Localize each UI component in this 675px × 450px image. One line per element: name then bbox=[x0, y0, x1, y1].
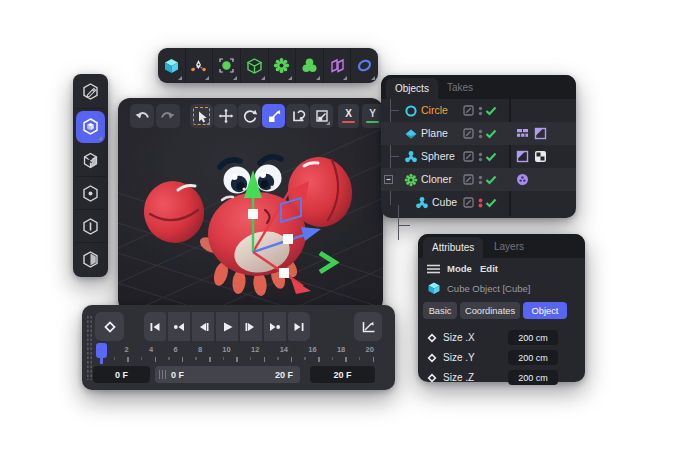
viewport[interactable]: X Y bbox=[118, 98, 383, 312]
mograph-tag[interactable] bbox=[516, 173, 529, 186]
playhead[interactable] bbox=[96, 343, 107, 358]
instance-icon[interactable] bbox=[324, 48, 352, 83]
object-row-cube[interactable]: Cube bbox=[381, 191, 576, 214]
metaball-icon[interactable] bbox=[296, 48, 324, 83]
previous-key-button[interactable] bbox=[168, 312, 190, 341]
range-end-value: 20 F bbox=[275, 370, 293, 380]
tab-attributes[interactable]: Attributes bbox=[423, 237, 483, 258]
object-row-cloner[interactable]: Cloner bbox=[381, 168, 576, 191]
sidebar-item-polygons-mode[interactable] bbox=[75, 243, 106, 275]
redo-button[interactable] bbox=[156, 104, 180, 128]
key-diamond-icon[interactable] bbox=[427, 373, 437, 383]
axis-y-toggle[interactable]: Y bbox=[362, 104, 383, 128]
edit-toggle-icon[interactable] bbox=[463, 151, 474, 162]
size-z-input[interactable]: 200 cm bbox=[508, 370, 558, 385]
edit-toggle-icon[interactable] bbox=[463, 128, 474, 139]
ruler-tick bbox=[345, 357, 347, 362]
object-row-circle[interactable]: Circle bbox=[381, 99, 576, 122]
previous-frame-button[interactable] bbox=[192, 312, 214, 341]
spline-pen-icon[interactable] bbox=[186, 48, 214, 83]
key-diamond-icon[interactable] bbox=[427, 353, 437, 363]
axis-x-toggle[interactable]: X bbox=[338, 104, 359, 128]
tab-takes[interactable]: Takes bbox=[447, 75, 473, 99]
tree-elbow-horizontal bbox=[398, 225, 410, 226]
visibility-dots[interactable] bbox=[478, 106, 483, 116]
compositing-tag[interactable] bbox=[534, 150, 547, 163]
coordinate-system-tool[interactable] bbox=[286, 104, 309, 128]
enable-axis-tool[interactable] bbox=[310, 104, 333, 128]
timeline-ruler-numbers[interactable]: 02468101214161820 bbox=[100, 345, 374, 354]
visibility-dots[interactable] bbox=[478, 129, 483, 139]
tag-list bbox=[516, 173, 529, 186]
key-diamond-icon[interactable] bbox=[427, 333, 437, 343]
section-object-button[interactable]: Object bbox=[523, 302, 567, 319]
ring-deformer-icon[interactable] bbox=[351, 48, 378, 83]
gizmo-z-handle[interactable] bbox=[283, 234, 293, 244]
hamburger-menu-icon[interactable] bbox=[427, 264, 440, 274]
menu-mode[interactable]: Mode bbox=[447, 263, 472, 274]
next-key-button[interactable] bbox=[264, 312, 286, 341]
next-frame-button[interactable] bbox=[240, 312, 262, 341]
current-frame-field[interactable]: 0 F bbox=[93, 366, 150, 383]
range-grip[interactable] bbox=[159, 370, 166, 379]
tab-objects[interactable]: Objects bbox=[386, 78, 438, 99]
ruler-number: 4 bbox=[149, 345, 153, 354]
point-selection-icon[interactable] bbox=[213, 48, 241, 83]
polygon-selection-tag[interactable] bbox=[516, 150, 529, 163]
ruler-number: 8 bbox=[198, 345, 202, 354]
go-to-end-button[interactable] bbox=[288, 312, 310, 341]
object-row-sphere[interactable]: Sphere bbox=[381, 145, 576, 168]
menu-edit[interactable]: Edit bbox=[480, 263, 498, 274]
plane-icon bbox=[404, 127, 418, 141]
polygon-selection-tag[interactable] bbox=[534, 127, 547, 140]
drag-handle[interactable] bbox=[86, 315, 92, 380]
end-frame-field[interactable]: 20 F bbox=[310, 366, 375, 383]
visibility-dots[interactable] bbox=[478, 175, 483, 185]
enabled-check-icon[interactable] bbox=[485, 198, 497, 208]
go-to-start-button[interactable] bbox=[144, 312, 166, 341]
subdivision-cube-icon[interactable] bbox=[241, 48, 269, 83]
scale-tool[interactable] bbox=[262, 104, 285, 128]
sidebar-item-axis-mode[interactable] bbox=[75, 145, 106, 178]
tab-layers[interactable]: Layers bbox=[494, 234, 524, 258]
size-y-input[interactable]: 200 cm bbox=[508, 350, 558, 365]
cloner-icon[interactable] bbox=[269, 48, 297, 83]
ruler-tick bbox=[236, 357, 238, 362]
play-button[interactable] bbox=[216, 312, 238, 341]
ruler-tick bbox=[182, 357, 184, 362]
enabled-check-icon[interactable] bbox=[485, 129, 497, 139]
gizmo-y-handle[interactable] bbox=[248, 209, 258, 219]
visibility-dots[interactable] bbox=[478, 152, 483, 162]
gizmo-x-handle[interactable] bbox=[279, 268, 289, 278]
curve-graph-icon bbox=[360, 319, 376, 335]
rotate-tool[interactable] bbox=[238, 104, 261, 128]
ruler-tick bbox=[223, 357, 225, 360]
live-selection-tool[interactable] bbox=[190, 104, 213, 128]
sidebar-item-edges-mode[interactable] bbox=[75, 210, 106, 243]
move-tool[interactable] bbox=[214, 104, 237, 128]
undo-button[interactable] bbox=[130, 104, 154, 128]
sidebar-item-model-mode[interactable] bbox=[76, 111, 105, 143]
layer-grid-tag[interactable] bbox=[516, 127, 529, 140]
section-coordinates-button[interactable]: Coordinates bbox=[460, 302, 520, 319]
sidebar-item-points-mode[interactable] bbox=[75, 177, 106, 210]
visibility-dots-red[interactable] bbox=[478, 198, 483, 208]
fcurve-editor-button[interactable] bbox=[354, 312, 382, 341]
edit-toggle-icon[interactable] bbox=[463, 105, 474, 116]
enabled-check-icon[interactable] bbox=[485, 106, 497, 116]
ruler-tick bbox=[127, 357, 129, 362]
edit-toggle-icon[interactable] bbox=[463, 174, 474, 185]
expand-toggle[interactable] bbox=[384, 175, 393, 184]
sidebar-item-make-editable[interactable] bbox=[75, 76, 106, 109]
edit-toggle-icon[interactable] bbox=[463, 197, 474, 208]
object-row-plane[interactable]: Plane bbox=[381, 122, 576, 145]
cube-primitive-icon[interactable] bbox=[158, 48, 186, 83]
ruler-tick bbox=[250, 357, 252, 360]
size-x-input[interactable]: 200 cm bbox=[508, 330, 558, 345]
range-slider[interactable]: 0 F 20 F bbox=[155, 366, 300, 383]
enabled-check-icon[interactable] bbox=[485, 152, 497, 162]
keyframe-button[interactable] bbox=[95, 312, 124, 341]
crab-character[interactable] bbox=[135, 151, 358, 297]
section-basic-button[interactable]: Basic bbox=[423, 302, 457, 319]
enabled-check-icon[interactable] bbox=[485, 175, 497, 185]
